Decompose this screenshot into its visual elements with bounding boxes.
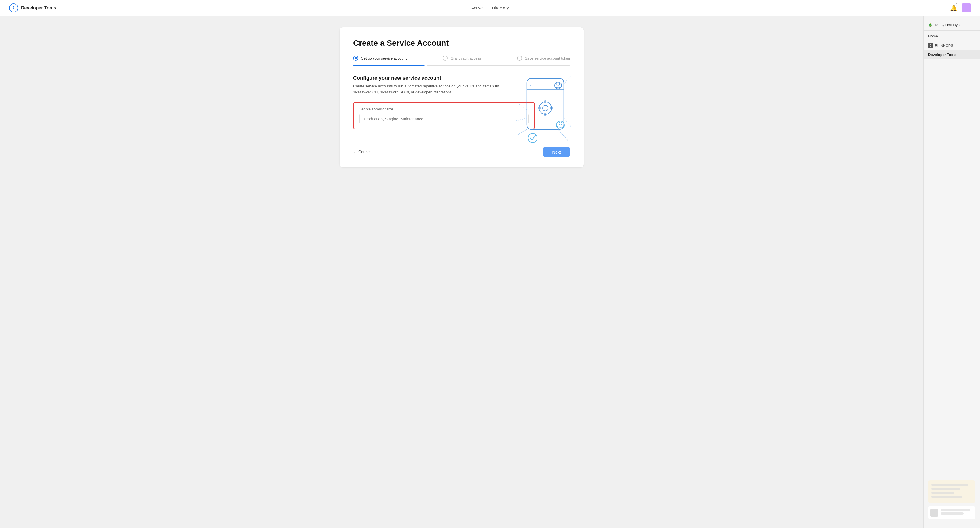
sidebar-blur-card-1 — [928, 480, 975, 503]
sidebar-item-developer-tools[interactable]: Developer Tools — [923, 50, 980, 59]
svg-rect-5 — [544, 113, 547, 116]
org-icon: B — [928, 43, 933, 48]
sidebar-holiday: 🎄 Happy Holidays! — [923, 21, 980, 31]
bell-badge: 0 — [955, 3, 958, 7]
svg-point-12 — [528, 134, 537, 143]
step-2: Grant vault access — [442, 56, 481, 61]
svg-point-10 — [557, 121, 565, 129]
nav-link-directory[interactable]: Directory — [492, 4, 509, 11]
blur-line-4 — [931, 496, 962, 498]
layout: Create a Service Account Set up your ser… — [0, 16, 980, 528]
right-sidebar: 🎄 Happy Holidays! Home B BLINKOPS Develo… — [923, 16, 980, 528]
svg-point-11 — [559, 122, 562, 125]
step-3-label: Save service account token — [525, 56, 570, 60]
svg-line-14 — [564, 118, 571, 127]
blur-line-5 — [940, 509, 970, 511]
step-1: Set up your service account — [353, 56, 407, 61]
top-nav: 1 Developer Tools Active Directory 🔔 0 — [0, 0, 980, 16]
svg-point-3 — [542, 105, 548, 111]
sidebar-item-home[interactable]: Home — [923, 32, 980, 41]
svg-line-15 — [519, 104, 527, 110]
svg-line-16 — [515, 118, 527, 121]
notification-bell[interactable]: 🔔 0 — [950, 5, 957, 11]
illustration: >_ — [510, 61, 572, 164]
app-title: Developer Tools — [21, 5, 56, 11]
svg-text:>_: >_ — [530, 84, 533, 87]
step-line-2 — [484, 58, 515, 59]
svg-point-2 — [539, 102, 552, 115]
svg-rect-4 — [544, 100, 547, 103]
sidebar-blur-card-2 — [928, 506, 975, 519]
logo-area: 1 Developer Tools — [9, 3, 56, 13]
cancel-button[interactable]: ← Cancel — [353, 147, 371, 156]
svg-rect-6 — [538, 107, 541, 109]
stepper: Set up your service account Grant vault … — [353, 56, 570, 61]
service-account-name-input[interactable] — [360, 113, 528, 124]
nav-link-active[interactable]: Active — [471, 4, 483, 11]
create-service-account-card: Create a Service Account Set up your ser… — [339, 27, 584, 167]
svg-line-18 — [558, 129, 568, 141]
card-title: Create a Service Account — [353, 38, 570, 48]
section-desc: Create service accounts to run automated… — [353, 83, 518, 95]
svg-point-9 — [557, 83, 560, 86]
user-avatar[interactable] — [962, 3, 971, 13]
blur-avatar — [930, 509, 938, 517]
blur-line-3 — [931, 491, 954, 494]
blur-line-1 — [931, 484, 968, 486]
step-2-label: Grant vault access — [450, 56, 481, 60]
stepper-bar-active — [353, 65, 425, 66]
step-2-circle — [442, 56, 448, 61]
input-label: Service account name — [360, 107, 528, 111]
step-1-dot — [355, 57, 357, 59]
nav-center: Active Directory — [471, 4, 509, 11]
step-1-label: Set up your service account — [361, 56, 407, 60]
main-area: Create a Service Account Set up your ser… — [0, 16, 923, 528]
service-account-name-box: Service account name — [353, 102, 535, 129]
step-3: Save service account token — [517, 56, 570, 61]
svg-line-13 — [564, 75, 571, 84]
step-3-circle — [517, 56, 522, 61]
sidebar-org-label: BLINKOPS — [935, 43, 953, 48]
blur-line-2 — [931, 488, 960, 490]
blur-line-6 — [940, 512, 964, 515]
step-1-circle — [353, 56, 358, 61]
nav-right: 🔔 0 — [950, 3, 971, 13]
sidebar-bottom — [923, 476, 980, 523]
blur-lines-col — [940, 509, 973, 516]
logo-icon: 1 — [9, 3, 18, 13]
svg-line-17 — [517, 129, 527, 135]
svg-rect-7 — [550, 107, 553, 109]
sidebar-org-item[interactable]: B BLINKOPS — [923, 41, 980, 50]
step-line-1 — [409, 58, 440, 59]
